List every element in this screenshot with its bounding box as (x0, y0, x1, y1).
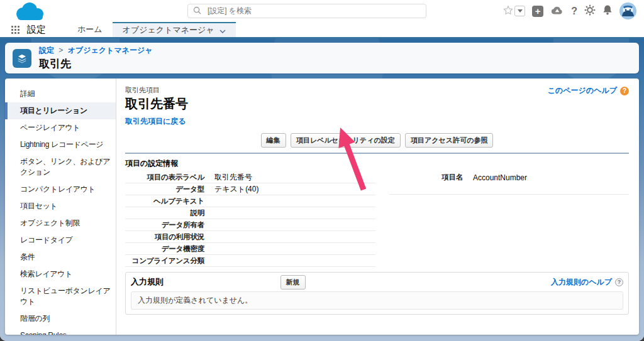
field-information-section-title: 項目の設定情報 (125, 158, 629, 169)
sidebar-item-list-view-button-layout[interactable]: リストビューボタンレイアウト (5, 283, 116, 310)
new-validation-rule-button[interactable]: 新規 (280, 275, 306, 290)
sidebar-item-search-layouts[interactable]: 検索レイアウト (5, 266, 116, 283)
sidebar-item-fields-relationships[interactable]: 項目とリレーション (5, 102, 116, 119)
set-field-level-security-button[interactable]: 項目レベルセキュリティの設定 (291, 133, 401, 148)
chevron-down-icon (518, 9, 523, 13)
section-divider (125, 153, 629, 154)
breadcrumb-object-manager-link[interactable]: オブジェクトマネージャ (68, 46, 153, 55)
object-layers-icon (13, 49, 31, 68)
validation-rules-help-link[interactable]: 入力規則のヘルプ (551, 277, 612, 288)
sidebar-item-record-types[interactable]: レコードタイプ (5, 232, 116, 249)
search-placeholder: [設定] を検索 (208, 6, 252, 16)
tab-home[interactable]: ホーム (67, 22, 113, 37)
detail-row-empty (389, 183, 629, 195)
trailhead-cloud-icon[interactable] (550, 4, 564, 18)
favorites-star-icon[interactable] (503, 5, 513, 18)
sidebar-item-compact-layouts[interactable]: コンパクトレイアウト (5, 181, 116, 198)
sidebar-item-hierarchy-columns[interactable]: 階層の列 (5, 310, 116, 327)
detail-row-data-type: データ型 テキスト(40) (125, 183, 375, 195)
global-search-input[interactable]: [設定] を検索 (187, 4, 426, 18)
object-manager-sidebar: 詳細 項目とリレーション ページレイアウト Lightning レコードページ … (5, 78, 116, 335)
notifications-bell-icon[interactable] (602, 4, 613, 18)
sidebar-item-page-layouts[interactable]: ページレイアウト (5, 119, 116, 136)
validation-rules-title: 入力規則 (131, 276, 164, 288)
field-detail-content: 取引先項目 取引先番号 取引先項目に戻る このページのヘルプ ? 編集 項目レベ… (116, 78, 639, 335)
user-avatar[interactable] (619, 3, 636, 19)
main-content-card: 詳細 項目とリレーション ページレイアウト Lightning レコードページ … (5, 78, 639, 335)
view-field-accessibility-button[interactable]: 項目アクセス許可の参照 (405, 133, 493, 148)
detail-row-help-text: ヘルプテキスト (125, 195, 375, 207)
detail-row-field-label: 項目の表示ラベル 取引先番号 (125, 171, 375, 183)
detail-row-data-owner: データ所有者 (125, 219, 375, 231)
browser-window: [設定] を検索 + ? (0, 0, 644, 341)
detail-row-field-usage: 項目の利用状況 (125, 231, 375, 243)
app-name-label: 設定 (27, 24, 46, 36)
app-launcher-icon[interactable] (11, 26, 19, 37)
setup-tab-bar: 設定 ホーム オブジェクトマネージャ (0, 22, 644, 38)
salesforce-logo (10, 1, 49, 24)
search-icon (193, 6, 201, 17)
tab-object-manager[interactable]: オブジェクトマネージャ (113, 22, 236, 37)
plus-icon: + (535, 6, 541, 16)
edit-button[interactable]: 編集 (261, 133, 286, 148)
object-title: 取引先 (39, 57, 153, 71)
validation-rules-empty-message: 入力規則が定義されていません。 (131, 291, 623, 310)
sidebar-item-scoping-rules[interactable]: Scoping Rules (5, 327, 116, 335)
detail-row-description: 説明 (125, 207, 375, 219)
field-action-buttons: 編集 項目レベルセキュリティの設定 項目アクセス許可の参照 (125, 133, 629, 148)
help-question-icon[interactable]: ? (620, 87, 629, 95)
setup-gear-icon[interactable] (584, 4, 596, 18)
help-icon[interactable]: ? (571, 6, 577, 17)
breadcrumb-setup-link[interactable]: 設定 (39, 46, 54, 55)
sidebar-item-lightning-record-pages[interactable]: Lightning レコードページ (5, 136, 116, 153)
chevron-down-icon[interactable] (219, 26, 226, 35)
object-header-card: 設定 > オブジェクトマネージャ 取引先 (5, 43, 639, 73)
favorites-dropdown-button[interactable] (514, 6, 525, 16)
sidebar-item-conditions[interactable]: 条件 (5, 249, 116, 266)
back-to-fields-link[interactable]: 取引先項目に戻る (125, 116, 186, 127)
validation-rules-panel: 入力規則 新規 入力規則のヘルプ ? 入力規則が定義されていません。 (125, 272, 629, 315)
quick-create-button[interactable]: + (532, 6, 543, 17)
detail-row-compliance-category: コンプライアンス分類 (125, 255, 375, 267)
sidebar-item-field-sets[interactable]: 項目セット (5, 198, 116, 215)
field-title: 取引先番号 (125, 95, 629, 112)
detail-row-data-sensitivity: データ機密度 (125, 243, 375, 255)
sidebar-item-buttons-links-actions[interactable]: ボタン、リンク、およびアクション (5, 153, 116, 181)
sidebar-item-object-limits[interactable]: オブジェクト制限 (5, 215, 116, 232)
detail-row-field-name: 項目名 AccountNumber (389, 171, 629, 183)
page-help-link[interactable]: このページのヘルプ (548, 85, 617, 96)
global-header: [設定] を検索 + ? (0, 0, 644, 22)
validation-help-question-icon[interactable]: ? (615, 278, 623, 286)
breadcrumb: 設定 > オブジェクトマネージャ (39, 45, 153, 56)
sidebar-item-details[interactable]: 詳細 (5, 85, 116, 102)
field-detail-table: 項目の表示ラベル 取引先番号 データ型 テキスト(40) ヘルプテキスト 説明 (125, 171, 629, 267)
breadcrumb-separator: > (58, 46, 63, 55)
